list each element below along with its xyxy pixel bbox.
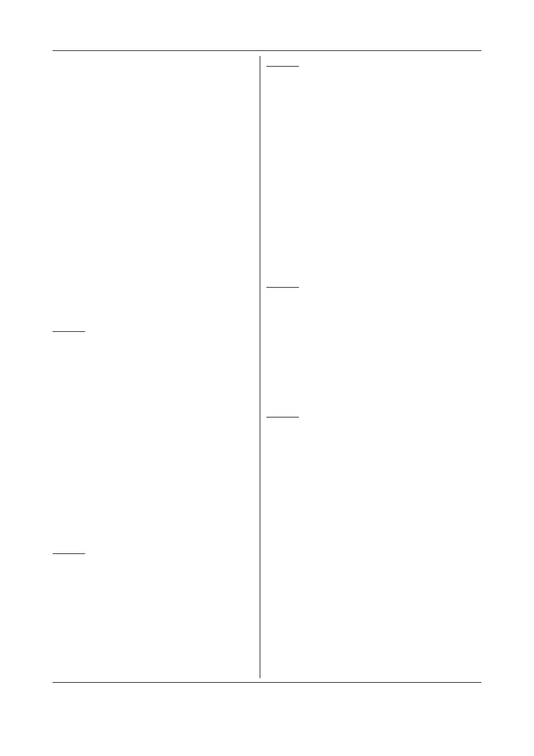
section-rule-left-2 bbox=[53, 553, 85, 554]
page-frame bbox=[53, 50, 481, 683]
section-rule-right-3 bbox=[266, 417, 299, 417]
section-rule-left-1 bbox=[53, 331, 85, 332]
column-divider bbox=[260, 56, 260, 678]
section-rule-right-2 bbox=[266, 287, 299, 288]
section-rule-right-1 bbox=[266, 66, 299, 67]
